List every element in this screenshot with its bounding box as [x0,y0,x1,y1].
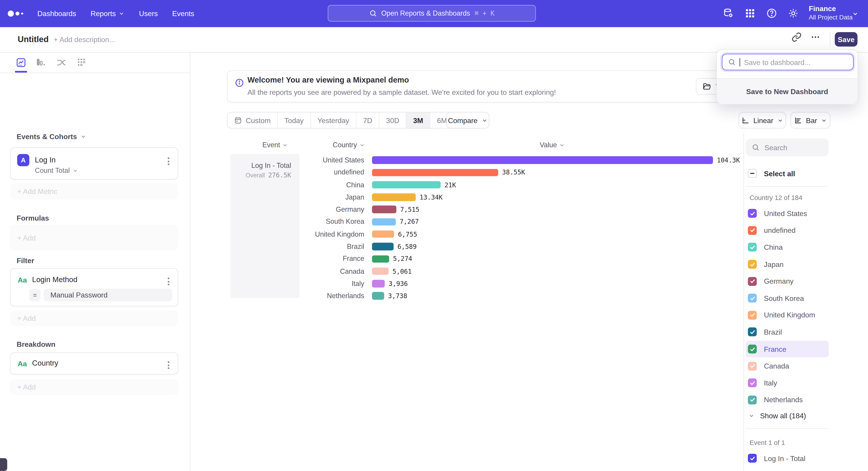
country-label: Germany [764,277,794,286]
legend-row-netherlands[interactable]: Netherlands [746,391,829,408]
legend-event-row[interactable]: Log In - Total [748,454,806,463]
country-checkbox[interactable] [748,395,757,404]
scale-selector-button[interactable]: Linear [739,112,786,128]
bar[interactable] [372,194,416,201]
filter-value-chip[interactable]: Manual Password [43,289,172,301]
save-dashboard-search-input[interactable]: Save to dashboard... [722,54,854,70]
nav-item-events[interactable]: Events [172,9,194,18]
range-30d[interactable]: 30D [379,112,406,128]
column-header-country[interactable]: Country [333,141,365,149]
range-7d[interactable]: 7D [356,112,379,128]
bar[interactable] [372,218,396,226]
country-checkbox[interactable] [748,361,757,370]
breakdown-property-name[interactable]: Country [32,359,58,367]
global-search-input[interactable]: Open Reports & Dashboards ⌘ + K [328,5,536,22]
country-checkbox[interactable] [748,328,757,336]
tab-insights[interactable] [16,57,27,68]
apps-grid-icon[interactable] [745,8,756,19]
bar-row-japan: Japan13.34K [302,191,745,203]
metric-aggregation-dropdown[interactable]: Count Total [35,167,78,174]
tab-flows[interactable] [56,57,67,68]
more-options-icon[interactable] [810,32,820,42]
bar[interactable] [372,169,498,176]
column-header-value[interactable]: Value [540,141,565,149]
country-checkbox[interactable] [748,226,757,235]
legend-row-united-states[interactable]: United States [746,205,829,222]
range-today[interactable]: Today [277,112,310,128]
add-breakdown-button[interactable]: + Add [10,379,178,395]
bar-value-label: 104.3K [717,156,740,164]
help-icon[interactable] [766,8,777,19]
filter-options-icon[interactable] [166,276,171,287]
range-yesterday[interactable]: Yesterday [310,112,356,128]
bar[interactable] [372,243,394,250]
project-switcher[interactable]: Finance All Project Data [809,4,852,22]
filter-property-name[interactable]: Login Method [32,275,77,284]
compare-button[interactable]: Compare [446,112,489,128]
breakdown-card-country[interactable]: Aa Country [10,352,178,375]
save-button[interactable]: Save [835,32,857,47]
range-custom[interactable]: Custom [228,112,277,128]
country-checkbox[interactable] [748,311,757,320]
bar[interactable] [372,206,397,213]
bar[interactable] [372,255,389,263]
country-checkbox[interactable] [748,243,757,252]
bar[interactable] [372,156,713,164]
legend-row-south-korea[interactable]: South Korea [746,290,829,307]
tab-funnels[interactable] [35,57,46,68]
legend-row-china[interactable]: China [746,239,829,256]
nav-item-dashboards[interactable]: Dashboards [37,9,76,18]
nav-item-users[interactable]: Users [139,9,158,18]
country-checkbox[interactable] [748,379,757,387]
chart-type-button[interactable]: Bar [790,112,830,128]
show-all-toggle[interactable]: Show all (184) [748,412,806,420]
legend-row-undefined[interactable]: undefined [746,222,829,239]
bar-value-label: 5,061 [393,267,412,275]
event-series-panel[interactable]: Log In - Total Overall 276.5K [230,154,300,298]
select-all-checkbox[interactable] [748,169,757,178]
country-checkbox[interactable] [748,260,757,269]
legend-row-canada[interactable]: Canada [746,357,829,374]
country-checkbox[interactable] [748,294,757,303]
add-metric-button[interactable]: + Add Metric [10,183,178,200]
metric-card-log-in[interactable]: A Log In Count Total [10,147,178,179]
bar[interactable] [372,280,385,287]
legend-row-france[interactable]: France [746,341,829,358]
legend-row-brazil[interactable]: Brazil [746,324,829,341]
country-checkbox[interactable] [748,277,757,286]
save-to-new-dashboard-button[interactable]: Save to New Dashboard [717,79,857,104]
country-checkbox[interactable] [748,345,757,353]
legend-row-united-kingdom[interactable]: United Kingdom [746,307,829,324]
metric-options-icon[interactable] [166,156,171,167]
report-title[interactable]: Untitled [18,34,49,44]
select-all-row[interactable]: Select all [748,169,795,178]
add-filter-button[interactable]: + Add [10,310,178,326]
metric-event-name[interactable]: Log In [35,156,56,164]
add-formula-button[interactable]: + Add [10,225,178,251]
legend-row-italy[interactable]: Italy [746,374,829,391]
bottom-left-widget[interactable] [0,458,7,471]
bar[interactable] [372,267,389,275]
bar[interactable] [372,292,384,299]
legend-search-input[interactable]: Search [746,139,829,156]
mixpanel-logo-icon[interactable] [8,11,23,17]
filter-operator-chip[interactable]: = [29,289,40,301]
tab-retention[interactable] [76,57,87,68]
event-checkbox[interactable] [748,454,757,463]
legend-row-japan[interactable]: Japan [746,256,829,273]
legend-row-germany[interactable]: Germany [746,273,829,290]
country-checkbox[interactable] [748,209,757,218]
data-management-icon[interactable] [723,8,734,19]
breakdown-options-icon[interactable] [166,359,171,371]
column-header-event[interactable]: Event [262,141,288,149]
filter-card-login-method[interactable]: Aa Login Method = Manual Password [10,268,178,306]
chevron-down-icon [748,413,754,419]
nav-item-reports[interactable]: Reports [91,9,125,18]
bar[interactable] [372,231,394,238]
bar[interactable] [372,181,441,189]
copy-link-icon[interactable] [792,32,802,42]
events-section-label[interactable]: Events & Cohorts [17,133,86,141]
settings-gear-icon[interactable] [788,8,799,19]
add-description-field[interactable]: + Add description... [54,35,115,44]
range-3m[interactable]: 3M [406,112,430,128]
